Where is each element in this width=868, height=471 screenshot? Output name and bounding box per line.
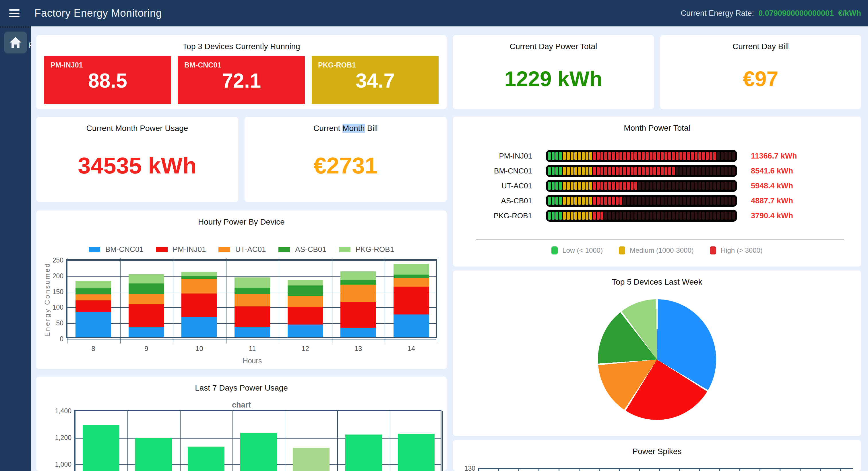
chart-title: Top 5 Devices Last Week	[453, 270, 861, 287]
month-bill-value: €2731	[245, 152, 446, 179]
led-segment	[694, 197, 698, 205]
bar-segment	[181, 272, 217, 276]
led-rows: PM-INJ0111366.7 kWhBM-CNC018541.6 kWhUT-…	[453, 150, 861, 222]
bar-segment	[235, 277, 270, 288]
gridline	[337, 411, 338, 471]
led-segment	[552, 167, 555, 175]
led-segment	[657, 182, 660, 190]
led-segment	[664, 197, 668, 205]
led-segment	[563, 167, 566, 175]
bar-segment	[129, 274, 164, 284]
app: Factory Energy Monitoring Current Energy…	[0, 0, 868, 471]
led-segment	[710, 167, 712, 175]
led-segment	[650, 212, 652, 220]
led-segment	[699, 167, 701, 175]
led-segment	[724, 212, 727, 220]
sidebar: F	[0, 26, 31, 471]
led-segment	[600, 212, 603, 220]
led-segment	[683, 212, 686, 220]
led-segment	[616, 152, 619, 160]
gridline	[285, 411, 285, 471]
bar-segment	[394, 287, 429, 315]
legend-item: High (> 3000)	[710, 246, 763, 255]
led-segment	[555, 167, 558, 175]
x-tick-label: 14	[384, 345, 438, 353]
led-segment	[646, 167, 648, 175]
led-segment	[713, 182, 716, 190]
device-kwh-value: 11366.7 kWh	[751, 152, 797, 160]
led-segment	[728, 152, 732, 160]
led-segment	[699, 182, 701, 190]
led-segment	[699, 152, 701, 160]
device-name: BM-CNC01	[178, 56, 305, 69]
led-segment	[710, 197, 712, 205]
legend-label: AS-CB01	[295, 245, 326, 254]
home-button[interactable]	[4, 32, 27, 53]
led-segment	[657, 152, 660, 160]
bar-segment	[235, 306, 270, 327]
bar-segment	[129, 304, 164, 327]
led-segment	[668, 197, 671, 205]
bar-segment	[181, 294, 217, 317]
led-segment	[702, 167, 705, 175]
led-segment	[710, 152, 712, 160]
month-kpi-row: Current Month Power Usage 34535 kWh Curr…	[36, 117, 446, 202]
led-segment	[555, 197, 558, 205]
led-segment	[694, 167, 698, 175]
led-segment	[732, 167, 735, 175]
led-segment	[567, 212, 569, 220]
led-segment	[679, 152, 682, 160]
led-segment	[638, 167, 641, 175]
led-segment	[676, 152, 679, 160]
led-segment	[612, 152, 615, 160]
led-segment	[563, 197, 566, 205]
menu-icon[interactable]	[9, 9, 20, 17]
led-segment	[634, 212, 637, 220]
led-segment	[691, 152, 694, 160]
bar-segment	[288, 296, 323, 307]
legend-label: PKG-ROB1	[355, 245, 394, 254]
device-tile: BM-CNC0172.1	[178, 56, 305, 104]
led-segment	[593, 197, 596, 205]
led-segment	[593, 182, 596, 190]
bar	[188, 447, 224, 471]
last7-plot: 1,4001,2001,000	[74, 410, 441, 471]
bar-segment	[75, 312, 111, 337]
led-segment	[694, 212, 698, 220]
device-value: 72.1	[178, 69, 305, 92]
spikes-axis-line	[478, 468, 853, 471]
bar-segment	[340, 302, 376, 328]
led-segment	[548, 212, 551, 220]
bar-segment	[340, 285, 376, 302]
bar-segment	[181, 279, 217, 293]
navbar: Factory Energy Monitoring Current Energy…	[0, 0, 868, 26]
device-name: PKG-ROB1	[312, 56, 439, 69]
led-segment	[597, 167, 600, 175]
led-segment	[552, 182, 555, 190]
led-segment	[661, 152, 663, 160]
led-segment	[672, 197, 675, 205]
led-segment	[612, 167, 615, 175]
bar-segment	[394, 274, 429, 278]
led-row: AS-CB014887.7 kWh	[453, 195, 861, 207]
led-segment	[634, 182, 637, 190]
led-bar	[546, 165, 737, 177]
led-segment	[664, 152, 668, 160]
led-segment	[559, 167, 562, 175]
led-segment	[732, 197, 735, 205]
chart-title: Month Power Total	[453, 117, 861, 133]
led-segment	[604, 152, 607, 160]
led-segment	[552, 152, 555, 160]
led-segment	[710, 182, 712, 190]
legend-item: Low (< 1000)	[551, 246, 603, 255]
led-segment	[732, 212, 735, 220]
led-segment	[600, 182, 603, 190]
led-segment	[616, 182, 619, 190]
bar-segment	[129, 294, 164, 304]
led-segment	[721, 197, 724, 205]
led-segment	[732, 182, 735, 190]
led-segment	[555, 182, 558, 190]
led-segment	[650, 152, 652, 160]
led-segment	[679, 167, 682, 175]
led-segment	[702, 212, 705, 220]
